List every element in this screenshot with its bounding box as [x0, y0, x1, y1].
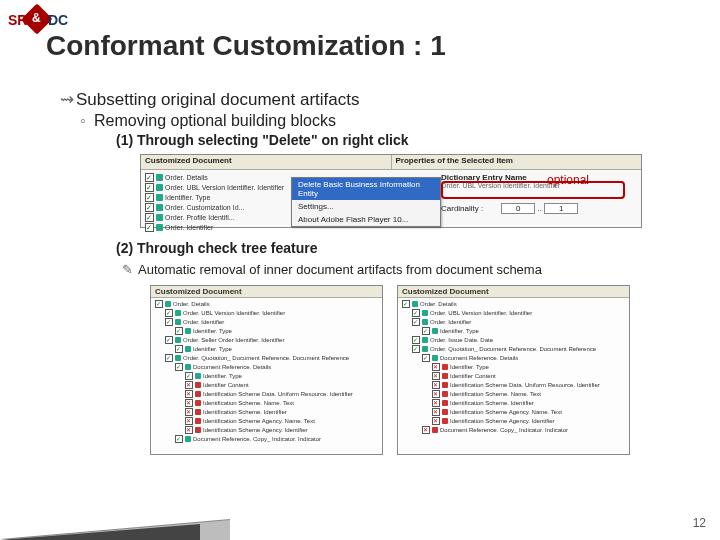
- checkbox-unchecked-icon[interactable]: [432, 363, 440, 371]
- checkbox-checked-icon[interactable]: [175, 363, 183, 371]
- checkbox-checked-icon[interactable]: [165, 354, 173, 362]
- checkbox-unchecked-icon[interactable]: [432, 372, 440, 380]
- checkbox-checked-icon[interactable]: [165, 318, 173, 326]
- checkbox-checked-icon[interactable]: [165, 309, 173, 317]
- tree-row[interactable]: Document Reference. Copy_ Indicator. Ind…: [155, 435, 380, 443]
- checkbox-checked-icon[interactable]: [402, 300, 410, 308]
- checkbox-unchecked-icon[interactable]: [185, 426, 193, 434]
- tree-row[interactable]: Order. Identifier: [402, 318, 627, 326]
- tree-row[interactable]: Order. Seller Order Identifier. Identifi…: [155, 336, 380, 344]
- slide-body: Subsetting original document artifacts R…: [60, 85, 690, 455]
- context-menu[interactable]: Delete Basic Business Information Entity…: [291, 177, 441, 227]
- tree-row[interactable]: Identification Scheme. Identifier: [155, 408, 380, 416]
- node-label: Identification Scheme. Name. Text: [450, 390, 541, 398]
- node-icon: [432, 355, 438, 361]
- logo-right: DC: [48, 13, 68, 27]
- checkbox-checked-icon[interactable]: [175, 327, 183, 335]
- context-menu-item-about[interactable]: About Adobe Flash Player 10...: [292, 213, 440, 226]
- tree-row[interactable]: Order. Quotation_ Document Reference. Do…: [155, 354, 380, 362]
- tree-row[interactable]: Order. Issue Date. Date: [402, 336, 627, 344]
- tree-row[interactable]: Identification Scheme. Name. Text: [155, 399, 380, 407]
- tree-row[interactable]: Identification Scheme Data. Uniform Reso…: [155, 390, 380, 398]
- checkbox-unchecked-icon[interactable]: [422, 426, 430, 434]
- tree-row[interactable]: Order. UBL Version Identifier. Identifie…: [155, 309, 380, 317]
- tree-row[interactable]: Identification Scheme Agency. Identifier: [402, 417, 627, 425]
- checkbox-unchecked-icon[interactable]: [185, 408, 193, 416]
- checkbox-unchecked-icon[interactable]: [185, 399, 193, 407]
- tree-row[interactable]: Identifier. Type: [155, 345, 380, 353]
- fig1-header-right: Properties of the Selected Item: [392, 155, 642, 169]
- tree-row[interactable]: Order. UBL Version Identifier. Identifie…: [145, 183, 295, 192]
- tree-row[interactable]: Identification Scheme. Name. Text: [402, 390, 627, 398]
- checkbox-icon[interactable]: [145, 213, 154, 222]
- checkbox-checked-icon[interactable]: [412, 318, 420, 326]
- checkbox-unchecked-icon[interactable]: [432, 390, 440, 398]
- node-icon: [195, 373, 201, 379]
- tree-row[interactable]: Document Reference. Details: [155, 363, 380, 371]
- node-label: Identifier Content: [203, 381, 249, 389]
- tree-row[interactable]: Document Reference. Details: [402, 354, 627, 362]
- tree-row[interactable]: Order. Details: [145, 173, 295, 182]
- checkbox-checked-icon[interactable]: [185, 372, 193, 380]
- checkbox-unchecked-icon[interactable]: [185, 381, 193, 389]
- checkbox-unchecked-icon[interactable]: [432, 417, 440, 425]
- checkbox-checked-icon[interactable]: [412, 345, 420, 353]
- node-label: Identifier. Type: [440, 327, 479, 335]
- checkbox-unchecked-icon[interactable]: [432, 408, 440, 416]
- tree-row[interactable]: Document Reference. Copy_ Indicator. Ind…: [402, 426, 627, 434]
- node-label: Document Reference. Copy_ Indicator. Ind…: [193, 435, 321, 443]
- tree-row[interactable]: Identifier Content: [155, 381, 380, 389]
- tree-row[interactable]: Identifier. Type: [145, 193, 295, 202]
- tree-row[interactable]: Identifier. Type: [402, 363, 627, 371]
- node-icon: [156, 174, 163, 181]
- checkbox-icon[interactable]: [145, 203, 154, 212]
- checkbox-icon[interactable]: [145, 193, 154, 202]
- tree-row[interactable]: Identification Scheme. Identifier: [402, 399, 627, 407]
- node-label: Identification Scheme Data. Uniform Reso…: [450, 381, 600, 389]
- tree-row[interactable]: Identification Scheme Agency. Name. Text: [402, 408, 627, 416]
- node-icon: [442, 409, 448, 415]
- checkbox-checked-icon[interactable]: [175, 435, 183, 443]
- node-label: Identification Scheme Data. Uniform Reso…: [203, 390, 353, 398]
- node-icon: [422, 319, 428, 325]
- checkbox-unchecked-icon[interactable]: [432, 399, 440, 407]
- checkbox-checked-icon[interactable]: [422, 327, 430, 335]
- tree-row[interactable]: Order. Profile Identifi...: [145, 213, 295, 222]
- footer-triangle-dark: [0, 524, 200, 540]
- page-number: 12: [693, 516, 706, 530]
- checkbox-checked-icon[interactable]: [412, 336, 420, 344]
- tree-row[interactable]: Identification Scheme Agency. Identifier: [155, 426, 380, 434]
- node-label: Order. UBL Version Identifier. Identifie…: [430, 309, 532, 317]
- checkbox-checked-icon[interactable]: [165, 336, 173, 344]
- context-menu-item-delete[interactable]: Delete Basic Business Information Entity: [292, 178, 440, 200]
- tree-row[interactable]: Identifier. Type: [402, 327, 627, 335]
- tree-row[interactable]: Identifier. Type: [155, 327, 380, 335]
- tree-row[interactable]: Identifier. Type: [155, 372, 380, 380]
- checkbox-icon[interactable]: [145, 183, 154, 192]
- checkbox-checked-icon[interactable]: [422, 354, 430, 362]
- tree-row[interactable]: Order. Identifier: [155, 318, 380, 326]
- checkbox-icon[interactable]: [145, 223, 154, 232]
- checkbox-unchecked-icon[interactable]: [432, 381, 440, 389]
- node-icon: [432, 427, 438, 433]
- checkbox-unchecked-icon[interactable]: [185, 390, 193, 398]
- fig1-header-left: Customized Document: [141, 155, 392, 169]
- tree-row[interactable]: Order. Details: [402, 300, 627, 308]
- checkbox-icon[interactable]: [145, 173, 154, 182]
- node-label: Order. Details: [165, 173, 208, 182]
- node-icon: [195, 400, 201, 406]
- checkbox-checked-icon[interactable]: [412, 309, 420, 317]
- tree-row[interactable]: Identification Scheme Agency. Name. Text: [155, 417, 380, 425]
- tree-row[interactable]: Order. Customization Id...: [145, 203, 295, 212]
- checkbox-checked-icon[interactable]: [175, 345, 183, 353]
- tree-row[interactable]: Order. Identifier: [145, 223, 295, 232]
- tree-row[interactable]: Order. Quotation_ Document Reference. Do…: [402, 345, 627, 353]
- tree-row[interactable]: Identification Scheme Data. Uniform Reso…: [402, 381, 627, 389]
- checkbox-unchecked-icon[interactable]: [185, 417, 193, 425]
- tree-row[interactable]: Order. Details: [155, 300, 380, 308]
- node-icon: [195, 409, 201, 415]
- tree-row[interactable]: Identifier Content: [402, 372, 627, 380]
- checkbox-checked-icon[interactable]: [155, 300, 163, 308]
- context-menu-item-settings[interactable]: Settings...: [292, 200, 440, 213]
- tree-row[interactable]: Order. UBL Version Identifier. Identifie…: [402, 309, 627, 317]
